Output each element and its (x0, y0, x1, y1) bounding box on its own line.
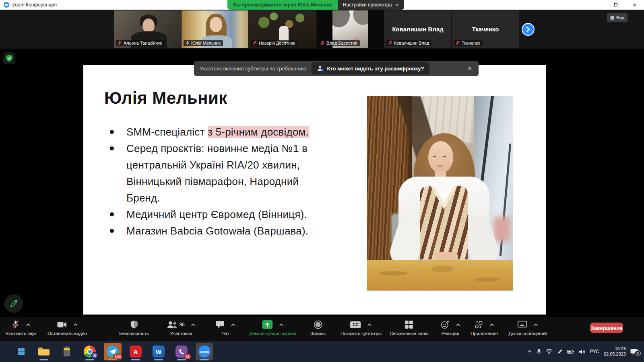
annotate-button[interactable] (4, 294, 23, 313)
chrome-button[interactable]: A (81, 343, 99, 360)
view-settings-label: Настройки просмотра (343, 2, 392, 8)
chevron-up-icon[interactable] (489, 323, 494, 326)
chevron-up-icon[interactable] (279, 323, 283, 326)
grid-view-icon: ▦ (610, 15, 614, 20)
window-controls: ✕ (587, 0, 644, 10)
participant-name-chip: Юлія Мельник (184, 40, 223, 46)
participant-name-chip: Ковалишин Влад (386, 40, 431, 46)
whiteboards-label: Доски сообщений (509, 331, 547, 336)
window-titlebar: Zoom Конференция Вы просматриваете экран… (0, 0, 644, 10)
close-caption-banner-button[interactable]: ✕ (466, 65, 474, 72)
participant-tile-5[interactable]: Ковалишин Влад Ковалишин Влад (384, 10, 451, 48)
view-settings-button[interactable]: Настройки просмотра (338, 0, 405, 10)
share-screen-button[interactable]: Демонстрация экрана (249, 320, 297, 336)
participants-label: Участники (170, 331, 192, 336)
clock[interactable]: 10:25 02.05.2023 (604, 346, 626, 357)
chevron-up-icon[interactable] (456, 323, 460, 326)
video-strip: Альона Танасійчук Юлія Мельник Назарій Д… (0, 10, 644, 49)
apps-label: Приложения (471, 331, 497, 336)
captions-status-text: Участник включил субтитры по требованию (200, 66, 306, 72)
end-meeting-button[interactable]: Завершение (590, 323, 623, 333)
participants-count: 36 (179, 322, 184, 327)
participant-tiles: Альона Танасійчук Юлія Мельник Назарій Д… (114, 10, 519, 48)
recycle-bin-button[interactable] (58, 343, 76, 360)
running-indicator (108, 359, 117, 360)
mic-muted-icon (320, 41, 325, 45)
chat-button[interactable]: Чат (216, 320, 235, 336)
list-item: Магазин Babcia Gotowała (Варшава). (110, 223, 351, 239)
window-title: Zoom Конференция (12, 2, 57, 8)
participant-name: Влад Басистий (326, 41, 357, 45)
participants-button[interactable]: 36 Участники (167, 320, 195, 336)
file-explorer-button[interactable] (35, 343, 53, 360)
next-participants-page-button[interactable] (522, 23, 535, 36)
list-item: Серед проєктів: новинне медіа №1 в центр… (110, 140, 351, 206)
chevron-up-icon[interactable] (191, 323, 196, 326)
tray-wifi-icon[interactable] (546, 349, 553, 354)
chat-label: Чат (221, 331, 229, 336)
record-button[interactable]: Запись (310, 320, 326, 336)
zoom-app-icon: zoom (198, 346, 211, 358)
mic-muted-icon (118, 41, 122, 45)
notification-center-button[interactable]: 3 (630, 347, 641, 356)
meeting-toolbar: Включить звук Остановить видео Безопасно… (0, 317, 644, 341)
tray-mic-icon[interactable] (537, 348, 541, 355)
word-icon: W (153, 346, 165, 358)
participant-tile-2-active-speaker[interactable]: Юлія Мельник (182, 10, 248, 48)
tray-battery-icon[interactable] (567, 350, 574, 354)
breakout-rooms-label: Сессионные залы (390, 331, 428, 336)
participant-tile-3[interactable]: Назарій Десятник (249, 10, 316, 48)
who-can-see-transcript-button[interactable]: Кто может видеть эту расшифровку? (312, 62, 429, 74)
viber-button[interactable]: 73 (173, 343, 190, 360)
chevron-up-icon[interactable] (367, 323, 372, 326)
tray-speaker-icon[interactable] (579, 349, 585, 354)
running-indicator (131, 359, 140, 360)
view-button[interactable]: ▦ Вид (607, 13, 627, 22)
bullet-dot (110, 146, 114, 150)
chevron-up-icon[interactable] (73, 323, 78, 326)
chevron-up-icon[interactable] (534, 323, 538, 326)
reactions-label: Реакции (442, 331, 459, 336)
chevron-up-icon[interactable] (26, 323, 30, 326)
stop-video-button[interactable]: Остановить видео (47, 320, 87, 336)
word-button[interactable]: W (150, 343, 167, 360)
minimize-button[interactable] (587, 0, 606, 10)
apps-icon (474, 320, 483, 329)
unmute-button[interactable]: Включить звук (6, 320, 37, 336)
list-item: SMM-спеціаліст з 5-річним досвідом. (110, 124, 351, 140)
start-button[interactable] (12, 343, 30, 360)
windows-logo-icon (18, 348, 25, 355)
bullet-dot (110, 212, 114, 216)
security-button[interactable]: Безопасность (119, 320, 149, 336)
list-item: Медичний центр Євромед (Вінниця). (110, 206, 351, 223)
chevron-right-icon (526, 27, 530, 32)
participant-tile-4[interactable]: Влад Басистий (317, 10, 384, 48)
chat-bubble-icon (216, 321, 225, 329)
windows-taskbar: A 109 A W 73 (0, 341, 644, 362)
restore-button[interactable] (606, 0, 625, 10)
tray-pen-icon[interactable] (557, 349, 563, 354)
chevron-up-icon[interactable] (231, 323, 235, 326)
trash-can-icon (62, 346, 71, 357)
telegram-button[interactable]: 109 (104, 343, 122, 360)
language-indicator[interactable]: РУС (590, 349, 599, 354)
acrobat-button[interactable]: A (127, 343, 144, 360)
folder-icon (38, 347, 50, 356)
zoom-taskbar-button[interactable]: zoom (196, 343, 213, 360)
breakout-rooms-button[interactable]: Сессионные залы (390, 320, 428, 336)
close-button[interactable]: ✕ (625, 0, 644, 10)
participant-name-chip: Альона Танасійчук (116, 40, 165, 46)
stop-video-label: Остановить видео (47, 331, 87, 336)
mic-muted-icon (11, 320, 19, 329)
participant-tile-6[interactable]: Ткаченко Ткаченко (452, 10, 519, 48)
apps-button[interactable]: Приложения (471, 320, 497, 336)
participant-name-chip: Влад Басистий (319, 40, 360, 46)
encryption-status-indicator (3, 52, 15, 64)
whiteboards-button[interactable]: Доски сообщений (509, 320, 547, 336)
reactions-button[interactable]: Реакции (441, 320, 460, 336)
minimize-icon (594, 5, 599, 5)
show-captions-button[interactable]: CC Показать субтитры (341, 320, 382, 336)
participants-icon (167, 321, 177, 329)
tray-overflow-chevron-icon[interactable] (527, 350, 532, 353)
participant-tile-1[interactable]: Альона Танасійчук (114, 10, 181, 48)
